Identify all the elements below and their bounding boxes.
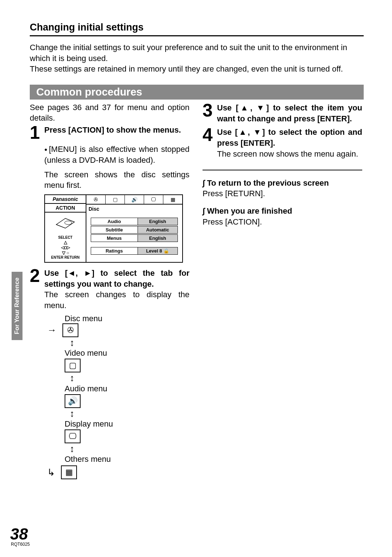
flow-arrow-4: ↕ [70, 443, 189, 455]
step-3: 3 Use [▲, ▼] to select the item you want… [203, 102, 362, 124]
intro-line-2: These settings are retained in memory un… [30, 64, 364, 74]
common-procedures-heading: Common procedures [30, 85, 364, 100]
flow-arrow-3: ↕ [70, 408, 189, 419]
menu-row-audio: Audio English [91, 218, 178, 225]
section-title: Changing initial settings [30, 22, 364, 36]
dpad-icon: △◁◇▷▽ ○ [46, 240, 85, 255]
step-4-number: 4 [203, 127, 213, 143]
step-3-title: Use [▲, ▼] to select the item you want t… [217, 102, 362, 124]
video-menu-icon: ▢ [65, 359, 81, 372]
menu-flow-diagram: Disc menu →✇ ↕ Video menu ▢ ↕ Audio menu… [47, 314, 189, 480]
flow-label-video: Video menu [65, 348, 189, 358]
flow-label-audio: Audio menu [65, 384, 189, 393]
disc-menu-icon: ✇ [62, 323, 78, 337]
display-tab-icon: 🖵 [144, 195, 163, 204]
audio-menu-icon: 🔊 [65, 394, 81, 408]
step-2-note: The screen changes to display the menu. [44, 289, 189, 311]
flow-label-others: Others menu [65, 455, 189, 464]
menu-row-menus: Menus English [91, 234, 178, 242]
osd-screen-mock: Panasonic ACTION SELECT △◁◇▷▽ ○ ENTER RE… [44, 194, 183, 263]
step-1-note: The screen shows the disc settings menu … [44, 169, 189, 191]
menu-row-subtitle: Subtitle Automatic [91, 226, 178, 234]
flow-arrow-1: ↕ [70, 337, 189, 348]
step-2-title: Use [◄, ►] to select the tab for setting… [44, 268, 189, 289]
document-code: RQT6025 [11, 542, 30, 547]
page-number: 38 [10, 525, 28, 543]
step-1-number: 1 [30, 125, 41, 141]
arrow-right-icon: → [47, 324, 57, 336]
see-pages-note: See pages 36 and 37 for menu and option … [30, 102, 189, 123]
video-tab-icon: ▢ [106, 195, 125, 204]
step-3-number: 3 [203, 102, 213, 119]
step-4-title: Use [▲, ▼] to select the option and pres… [217, 127, 362, 148]
flow-arrow-2: ↕ [70, 372, 189, 384]
disc-tab-icon: ✇ [86, 195, 106, 204]
step-1: 1 Press [ACTION] to show the menus. [30, 125, 189, 141]
others-tab-icon: ▦ [163, 195, 182, 204]
step-1-bullet: [MENU] is also effective when stopped (u… [44, 144, 189, 165]
brand-label: Panasonic [45, 195, 86, 204]
divider [203, 170, 362, 170]
intro-text: Change the initial settings to suit your… [30, 42, 364, 74]
step-4: 4 Use [▲, ▼] to select the option and pr… [203, 127, 362, 159]
arrow-loop-icon: ↳ [47, 467, 55, 478]
action-label: ACTION [45, 204, 86, 213]
flow-label-display: Display menu [65, 419, 189, 429]
disc-tab-label: Disc [86, 205, 182, 213]
intro-line-1: Change the initial settings to suit your… [30, 42, 364, 64]
step-1-title: Press [ACTION] to show the menus. [44, 125, 189, 136]
step-4-note: The screen now shows the menu again. [217, 149, 362, 160]
finished-note: ∫ When you are finished Press [ACTION]. [203, 206, 362, 227]
menu-row-ratings: Ratings Level 8 🔒 [91, 247, 178, 255]
step-2-number: 2 [30, 268, 41, 284]
display-menu-icon: 🖵 [65, 429, 81, 443]
others-menu-icon: ▦ [61, 465, 77, 479]
tab-icons-row: ✇ ▢ 🔊 🖵 ▦ [86, 195, 182, 205]
remote-icon [54, 215, 76, 230]
step-2: 2 Use [◄, ►] to select the tab for setti… [30, 268, 189, 311]
return-note: ∫ To return to the previous screen Press… [203, 178, 362, 199]
svg-point-1 [65, 221, 72, 225]
select-enter-return-label: SELECT △◁◇▷▽ ○ ENTER RETURN [45, 233, 86, 262]
side-reference-tab: For Your Reference [12, 272, 23, 340]
flow-label-disc: Disc menu [65, 314, 102, 323]
side-tab-label: For Your Reference [13, 278, 21, 334]
audio-tab-icon: 🔊 [125, 195, 144, 204]
